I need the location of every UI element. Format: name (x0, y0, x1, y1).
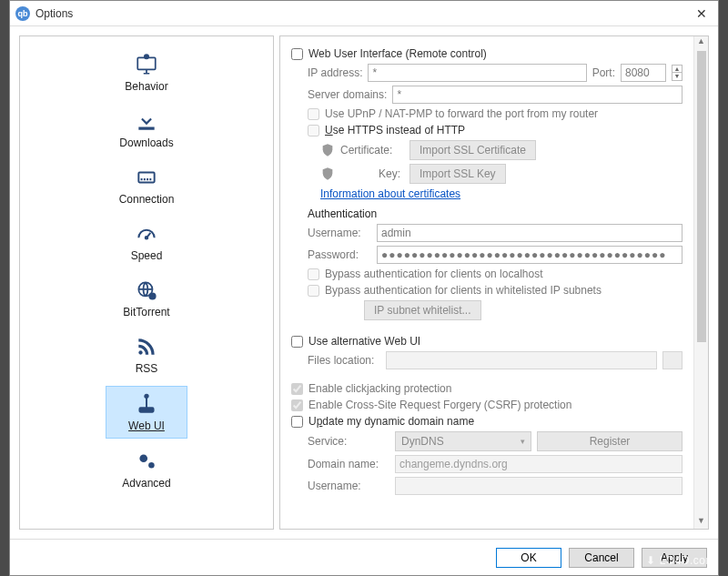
bypass-whitelist-checkbox[interactable] (308, 285, 319, 297)
dyndns-label: Update my dynamic domain nameUpdate my d… (308, 415, 474, 428)
ethernet-icon (135, 166, 158, 189)
bypass-localhost-label: Bypass authentication for clients on loc… (325, 268, 542, 280)
svg-point-10 (148, 462, 155, 468)
bypass-whitelist-label: Bypass authentication for clients in whi… (325, 284, 602, 297)
close-icon[interactable]: ✕ (691, 6, 713, 21)
sidebar-item-label: Behavior (125, 80, 167, 93)
dialog-buttons: OK Cancel Apply (10, 539, 718, 575)
content-area: Behavior Downloads Connection Speed (10, 26, 718, 539)
svg-point-1 (145, 55, 148, 58)
csrf-label: Enable Cross-Site Request Forgery (CSRF)… (308, 399, 571, 411)
apply-button[interactable]: Apply (642, 548, 707, 568)
shield-icon (320, 167, 335, 181)
server-icon (135, 392, 158, 416)
webui-heading-row: Web User Interface (Remote control) (291, 47, 682, 60)
svg-rect-7 (139, 408, 153, 411)
password-label: Password: (308, 248, 371, 261)
titlebar: qb Options ✕ (10, 1, 718, 26)
server-domains-label: Server domains: (308, 88, 387, 101)
sidebar-item-label: Speed (131, 249, 163, 262)
alt-webui-label: Use alternative Web UI (308, 335, 420, 348)
register-button[interactable]: Register (537, 431, 682, 451)
svg-point-8 (145, 395, 147, 398)
import-cert-button[interactable]: Import SSL Certificate (410, 140, 536, 160)
username-input[interactable] (377, 224, 682, 242)
sidebar-item-label: Advanced (122, 477, 170, 490)
port-spinner[interactable]: ▲▼ (672, 65, 682, 81)
bypass-localhost-checkbox[interactable] (308, 268, 319, 280)
svg-point-5 (149, 293, 156, 299)
domain-name-input[interactable] (395, 455, 682, 473)
https-checkbox[interactable] (308, 125, 319, 136)
dyndns-username-label: Username: (308, 480, 389, 492)
sidebar-item-label: Downloads (119, 136, 173, 149)
globe-gear-icon (135, 278, 158, 302)
options-window: qb Options ✕ Behavior Downloads Co (9, 0, 719, 576)
upnp-label: Use UPnP / NAT-PMP to forward the port f… (325, 107, 598, 120)
sidebar-item-bittorrent[interactable]: BitTorrent (106, 273, 187, 324)
svg-point-6 (138, 350, 142, 354)
upnp-checkbox[interactable] (308, 108, 319, 120)
svg-point-3 (146, 237, 148, 239)
ip-input[interactable] (368, 64, 586, 82)
ip-whitelist-button[interactable]: IP subnet whitelist... (364, 300, 481, 320)
sidebar-item-behavior[interactable]: Behavior (106, 47, 187, 98)
cogs-icon (135, 450, 158, 473)
sidebar-item-webui[interactable]: Web UI (106, 386, 187, 439)
alt-webui-checkbox[interactable] (291, 336, 303, 348)
svg-rect-2 (138, 173, 154, 183)
sidebar-item-label: Connection (119, 193, 175, 206)
app-icon: qb (15, 6, 30, 21)
sidebar-item-advanced[interactable]: Advanced (106, 444, 187, 495)
dyndns-checkbox[interactable] (291, 416, 303, 428)
password-input[interactable] (377, 246, 682, 264)
sidebar-item-label: Web UI (128, 419, 165, 432)
scroll-thumb[interactable] (697, 51, 706, 342)
files-location-label: Files location: (308, 354, 380, 367)
csrf-checkbox[interactable] (291, 399, 303, 411)
rss-icon (135, 335, 158, 359)
panel-inner: Web User Interface (Remote control) IP a… (280, 36, 693, 529)
username-label: Username: (308, 227, 371, 239)
svg-rect-0 (137, 57, 156, 69)
port-label: Port: (592, 66, 615, 79)
sidebar: Behavior Downloads Connection Speed (19, 35, 274, 530)
webui-enable-checkbox[interactable] (291, 48, 303, 60)
scrollbar[interactable]: ▲ ▼ (693, 36, 708, 529)
clickjacking-label: Enable clickjacking protection (308, 382, 451, 395)
settings-panel: Web User Interface (Remote control) IP a… (279, 35, 709, 530)
scroll-down-icon[interactable]: ▼ (697, 516, 705, 529)
sidebar-item-label: BitTorrent (123, 306, 169, 318)
window-title: Options (35, 7, 691, 20)
sidebar-item-downloads[interactable]: Downloads (106, 104, 187, 155)
sidebar-item-rss[interactable]: RSS (106, 329, 187, 380)
cert-info-link[interactable]: Information about certificates (320, 187, 460, 200)
svg-point-9 (139, 454, 147, 462)
auth-heading: Authentication (308, 207, 682, 220)
files-location-input[interactable] (386, 351, 657, 369)
scroll-up-icon[interactable]: ▲ (697, 36, 705, 49)
monitor-gear-icon (135, 53, 158, 76)
browse-folder-button[interactable] (662, 351, 682, 369)
sidebar-item-label: RSS (136, 362, 158, 375)
service-label: Service: (308, 435, 389, 448)
import-key-button[interactable]: Import SSL Key (410, 164, 506, 184)
ip-label: IP address: (308, 66, 362, 79)
cancel-button[interactable]: Cancel (569, 548, 634, 568)
server-domains-input[interactable] (392, 86, 682, 104)
ok-button[interactable]: OK (496, 548, 561, 568)
download-icon (135, 109, 158, 133)
gauge-icon (135, 222, 158, 246)
clickjacking-checkbox[interactable] (291, 383, 303, 395)
domain-name-label: Domain name: (308, 458, 389, 470)
cert-label: Certificate: (340, 144, 404, 157)
shield-icon (320, 143, 335, 157)
port-input[interactable] (621, 64, 666, 82)
service-select[interactable]: DynDNS (395, 431, 531, 451)
sidebar-item-connection[interactable]: Connection (106, 160, 187, 211)
dyndns-username-input[interactable] (395, 477, 682, 495)
https-label: UUse HTTPS instead of HTTPse HTTPS inste… (325, 124, 465, 136)
sidebar-item-speed[interactable]: Speed (106, 217, 187, 268)
webui-heading: Web User Interface (Remote control) (308, 47, 487, 60)
key-label: Key: (340, 167, 404, 180)
